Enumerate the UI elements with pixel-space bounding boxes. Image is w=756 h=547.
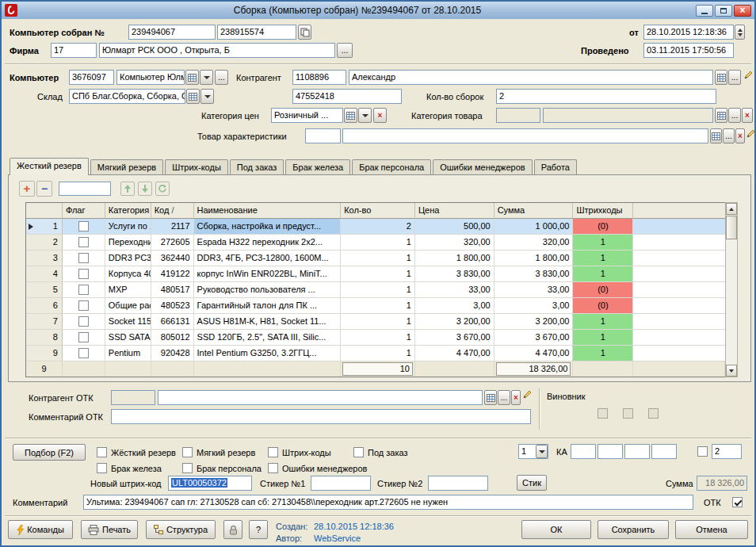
extra-checkbox[interactable] — [697, 446, 708, 457]
price-cell[interactable]: 3,00 — [415, 298, 494, 314]
doc-number-input[interactable]: 239494067 — [128, 25, 216, 40]
flag-cell[interactable] — [63, 314, 105, 330]
tab[interactable]: Брак персонала — [352, 159, 431, 175]
flag-checkbox[interactable] — [78, 237, 89, 247]
contractor-code-input[interactable]: 1108896 — [292, 70, 346, 85]
barcodes-cell[interactable]: 1 — [573, 235, 633, 251]
computer-code-input[interactable]: 3676097 — [69, 70, 114, 85]
otk-contractor-input[interactable] — [158, 390, 483, 405]
col-category[interactable]: Категория — [105, 203, 151, 219]
goods-category-code-input[interactable] — [496, 108, 540, 123]
goods-characteristics-more-button[interactable]: ... — [723, 128, 735, 143]
flag-cell[interactable] — [63, 266, 105, 282]
ka-input-1[interactable] — [571, 444, 596, 459]
price-category-clear-button[interactable]: × — [373, 108, 387, 123]
col-name[interactable]: Наименование — [194, 203, 342, 219]
table-row[interactable]: 8 SSD SATA 2... 805012 SSD 120ГБ, 2.5", … — [26, 330, 725, 346]
goods-characteristics-edit-button[interactable] — [746, 128, 756, 143]
name-cell[interactable]: корпус InWin ENR022BL, MiniT... — [194, 266, 342, 282]
goods-category-more-button[interactable]: ... — [728, 108, 741, 123]
scroll-down-button[interactable] — [726, 365, 737, 377]
code-cell[interactable]: 480523 — [151, 298, 194, 314]
add-row-button[interactable]: + — [19, 181, 35, 197]
sort-desc-button[interactable] — [138, 182, 152, 196]
price-cell[interactable]: 4 470,00 — [415, 346, 494, 361]
table-row[interactable]: 4 Корпуса 40... 419122 корпус InWin ENR0… — [26, 266, 725, 282]
price-cell[interactable]: 3 830,00 — [415, 266, 494, 282]
builds-count-input[interactable]: 2 — [496, 89, 716, 104]
quick-search-input[interactable] — [59, 182, 111, 196]
qty-cell[interactable]: 1 — [341, 235, 415, 251]
otk-checkbox[interactable] — [732, 497, 743, 507]
otk-contractor-code-input[interactable] — [111, 390, 155, 405]
computer-catalog-button[interactable] — [185, 70, 199, 85]
computer-dropdown-button[interactable] — [200, 70, 213, 85]
barcodes-cell[interactable]: 1 — [573, 314, 633, 330]
category-cell[interactable]: SSD SATA 2... — [105, 330, 151, 346]
sum-cell[interactable]: 4 470,00 — [494, 346, 574, 361]
computer-more-button[interactable]: ... — [215, 70, 228, 85]
qty-cell[interactable]: 1 — [341, 266, 415, 282]
col-qty[interactable]: Кол-во — [341, 203, 415, 219]
print-button[interactable]: Печать — [81, 520, 138, 539]
table-row[interactable]: 6 Общие рас... 480523 Гарантийный талон … — [26, 298, 725, 314]
code-cell[interactable]: 362440 — [151, 251, 194, 266]
flag-checkbox[interactable] — [78, 269, 89, 279]
name-cell[interactable]: SSD 120ГБ, 2.5", SATA III, Silic... — [194, 330, 342, 346]
flag-cell[interactable] — [63, 251, 105, 266]
flag-checkbox[interactable] — [78, 316, 89, 327]
price-cell[interactable]: 3 200,00 — [415, 314, 494, 330]
flag-cell[interactable] — [63, 346, 105, 361]
price-category-catalog-button[interactable] — [344, 108, 357, 123]
otk-comment-input[interactable] — [111, 409, 531, 424]
goods-category-catalog-button[interactable] — [715, 108, 727, 123]
pick-button[interactable]: Подбор (F2) — [13, 444, 86, 461]
goods-category-clear-button[interactable]: × — [742, 108, 753, 123]
delete-row-button[interactable]: − — [36, 181, 52, 197]
category-cell[interactable]: Переходни... — [105, 235, 151, 251]
flag-checkbox[interactable] — [78, 253, 89, 263]
col-flag[interactable]: Флаг — [63, 203, 105, 219]
code-cell[interactable]: 2117 — [151, 219, 194, 235]
date-input[interactable]: 28.10.2015 12:18:36 — [643, 25, 734, 40]
cancel-button[interactable]: Отмена — [675, 520, 748, 539]
category-cell[interactable]: Socket 115... — [105, 314, 151, 330]
table-row[interactable]: 3 DDR3 PC3-... 362440 DDR3, 4ГБ, PC3-128… — [26, 251, 725, 266]
code-cell[interactable]: 272605 — [151, 235, 194, 251]
price-category-dropdown-button[interactable] — [358, 108, 372, 123]
reserve-checkbox[interactable]: Жёсткий резерв — [97, 446, 182, 458]
contractor-more-button[interactable]: ... — [728, 70, 741, 85]
flag-checkbox[interactable] — [78, 285, 89, 295]
culprit-checkbox-2[interactable] — [623, 408, 633, 419]
copy-button[interactable] — [298, 25, 311, 40]
barcodes-cell[interactable]: (0) — [573, 298, 633, 314]
flag-cell[interactable] — [63, 219, 105, 235]
computer-name-input[interactable]: Компьютер Юлмар... — [116, 70, 185, 85]
refresh-button[interactable] — [155, 182, 170, 196]
qty-cell[interactable]: 1 — [341, 346, 415, 361]
ka-input-3[interactable] — [624, 444, 650, 459]
otk-contractor-clear-button[interactable]: × — [511, 390, 521, 405]
name-cell[interactable]: Руководство пользователя ... — [194, 282, 342, 298]
tab[interactable]: Штрих-коды — [165, 159, 228, 175]
defect-checkbox[interactable]: Ошибки менеджеров — [268, 462, 367, 474]
name-cell[interactable]: DDR3, 4ГБ, PC3-12800, 1600М... — [194, 251, 342, 266]
new-barcode-input[interactable]: ULT00050372 — [168, 476, 252, 491]
category-cell[interactable]: Общие рас... — [105, 298, 151, 314]
sum-cell[interactable]: 3 830,00 — [494, 266, 574, 282]
code-cell[interactable]: 480517 — [151, 282, 194, 298]
goods-characteristics-catalog-button[interactable] — [710, 128, 722, 143]
table-row[interactable]: 2 Переходни... 272605 Espada H322 перехо… — [26, 235, 725, 251]
otk-contractor-more-button[interactable]: ... — [498, 390, 510, 405]
category-cell[interactable]: Корпуса 40... — [105, 266, 151, 282]
barcodes-cell[interactable]: 1 — [573, 266, 633, 282]
help-button[interactable]: ? — [249, 520, 268, 539]
warehouse-dropdown-button[interactable] — [200, 89, 214, 104]
minimize-button[interactable] — [696, 5, 713, 17]
flag-checkbox[interactable] — [78, 332, 89, 342]
flag-cell[interactable] — [63, 235, 105, 251]
goods-characteristics-clear-button[interactable]: × — [735, 128, 745, 143]
table-row[interactable]: 7 Socket 115... 666131 ASUS H81M-K, H81,… — [26, 314, 725, 330]
price-cell[interactable]: 3 670,00 — [415, 330, 494, 346]
contractor-edit-button[interactable] — [743, 70, 754, 85]
